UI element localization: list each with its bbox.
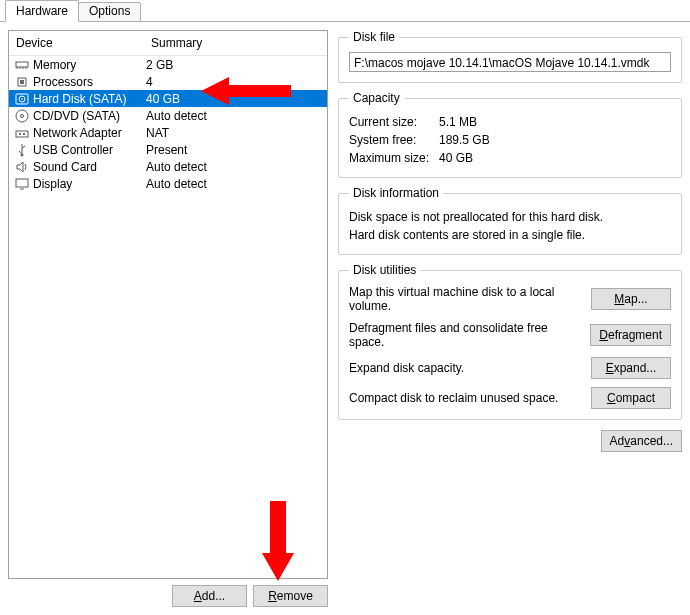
hardware-row-cd[interactable]: CD/DVD (SATA)Auto detect — [9, 107, 327, 124]
svg-rect-13 — [19, 133, 21, 135]
defragment-button[interactable]: Defragment — [590, 324, 671, 346]
hardware-row-memory[interactable]: Memory2 GB — [9, 56, 327, 73]
group-disk-utilities: Disk utilities Map this virtual machine … — [338, 263, 682, 420]
device-name: Network Adapter — [33, 126, 146, 140]
compact-button[interactable]: Compact — [591, 387, 671, 409]
svg-rect-17 — [16, 179, 28, 187]
remove-button[interactable]: Remove — [253, 585, 328, 607]
hardware-row-cpu[interactable]: Processors4 — [9, 73, 327, 90]
hardware-row-sound[interactable]: Sound CardAuto detect — [9, 158, 327, 175]
tab-bar: Hardware Options — [0, 0, 690, 22]
device-summary: 4 — [146, 75, 327, 89]
diskinfo-line2: Hard disk contents are stored in a singl… — [349, 226, 671, 244]
expand-button[interactable]: Expand... — [591, 357, 671, 379]
tab-hardware[interactable]: Hardware — [5, 0, 79, 22]
device-name: Sound Card — [33, 160, 146, 174]
device-summary: Auto detect — [146, 160, 327, 174]
svg-rect-6 — [20, 80, 24, 84]
device-name: Display — [33, 177, 146, 191]
device-summary: 40 GB — [146, 92, 327, 106]
add-button[interactable]: Add... — [172, 585, 247, 607]
util-compact-text: Compact disk to reclaim unused space. — [349, 391, 591, 405]
group-disk-file: Disk file F:\macos mojave 10.14.1\macOS … — [338, 30, 682, 83]
advanced-button[interactable]: Advanced... — [601, 430, 682, 452]
svg-point-9 — [21, 98, 23, 100]
header-device[interactable]: Device — [9, 31, 144, 55]
legend-disk-information: Disk information — [349, 186, 443, 200]
hardware-list[interactable]: Device Summary Memory2 GBProcessors4Hard… — [8, 30, 328, 579]
device-summary: Auto detect — [146, 109, 327, 123]
cd-icon — [14, 108, 30, 124]
hardware-row-hdd[interactable]: Hard Disk (SATA)40 GB — [9, 90, 327, 107]
memory-icon — [14, 57, 30, 73]
device-name: USB Controller — [33, 143, 146, 157]
display-icon — [14, 176, 30, 192]
disk-file-path[interactable]: F:\macos mojave 10.14.1\macOS Mojave 10.… — [349, 52, 671, 72]
legend-disk-file: Disk file — [349, 30, 399, 44]
capacity-sysfree-label: System free: — [349, 133, 439, 147]
header-summary[interactable]: Summary — [144, 31, 327, 55]
svg-point-15 — [21, 153, 24, 156]
group-disk-information: Disk information Disk space is not preal… — [338, 186, 682, 255]
svg-point-10 — [16, 110, 28, 122]
util-defrag-text: Defragment files and consolidate free sp… — [349, 321, 590, 349]
hardware-row-net[interactable]: Network AdapterNAT — [9, 124, 327, 141]
device-name: Hard Disk (SATA) — [33, 92, 146, 106]
usb-icon — [14, 142, 30, 158]
device-summary: Present — [146, 143, 327, 157]
hardware-row-usb[interactable]: USB ControllerPresent — [9, 141, 327, 158]
capacity-max-value: 40 GB — [439, 151, 473, 165]
hdd-icon — [14, 91, 30, 107]
capacity-max-label: Maximum size: — [349, 151, 439, 165]
util-expand-text: Expand disk capacity. — [349, 361, 591, 375]
svg-rect-14 — [23, 133, 25, 135]
diskinfo-line1: Disk space is not preallocated for this … — [349, 208, 671, 226]
legend-capacity: Capacity — [349, 91, 404, 105]
device-summary: Auto detect — [146, 177, 327, 191]
svg-point-11 — [21, 114, 24, 117]
list-header: Device Summary — [9, 31, 327, 56]
device-name: Memory — [33, 58, 146, 72]
map-button[interactable]: Map... — [591, 288, 671, 310]
sound-icon — [14, 159, 30, 175]
device-summary: NAT — [146, 126, 327, 140]
device-name: CD/DVD (SATA) — [33, 109, 146, 123]
util-map-text: Map this virtual machine disk to a local… — [349, 285, 591, 313]
device-summary: 2 GB — [146, 58, 327, 72]
device-name: Processors — [33, 75, 146, 89]
legend-disk-utilities: Disk utilities — [349, 263, 420, 277]
svg-rect-0 — [16, 62, 28, 67]
capacity-sysfree-value: 189.5 GB — [439, 133, 490, 147]
svg-marker-16 — [17, 162, 23, 172]
hardware-row-display[interactable]: DisplayAuto detect — [9, 175, 327, 192]
cpu-icon — [14, 74, 30, 90]
tab-options[interactable]: Options — [78, 2, 141, 22]
group-capacity: Capacity Current size:5.1 MB System free… — [338, 91, 682, 178]
net-icon — [14, 125, 30, 141]
capacity-current-value: 5.1 MB — [439, 115, 477, 129]
capacity-current-label: Current size: — [349, 115, 439, 129]
svg-rect-12 — [16, 131, 28, 137]
